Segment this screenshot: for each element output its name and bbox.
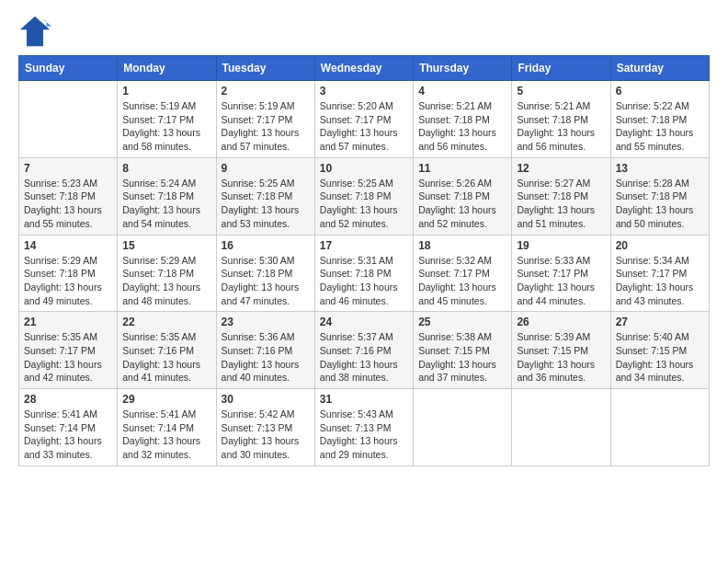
weekday-header-row: SundayMondayTuesdayWednesdayThursdayFrid… xyxy=(19,56,710,81)
week-row-2: 7Sunrise: 5:23 AM Sunset: 7:18 PM Daylig… xyxy=(19,157,710,235)
calendar-cell: 11Sunrise: 5:26 AM Sunset: 7:18 PM Dayli… xyxy=(414,157,512,235)
day-number: 31 xyxy=(320,393,408,406)
day-number: 24 xyxy=(320,316,408,328)
day-info: Sunrise: 5:36 AM Sunset: 7:16 PM Dayligh… xyxy=(222,330,310,385)
day-info: Sunrise: 5:26 AM Sunset: 7:18 PM Dayligh… xyxy=(418,177,506,231)
day-number: 28 xyxy=(24,393,112,406)
day-info: Sunrise: 5:35 AM Sunset: 7:17 PM Dayligh… xyxy=(24,330,112,385)
calendar-cell: 18Sunrise: 5:32 AM Sunset: 7:17 PM Dayli… xyxy=(414,235,512,312)
day-info: Sunrise: 5:19 AM Sunset: 7:17 PM Dayligh… xyxy=(122,99,210,154)
calendar-cell: 21Sunrise: 5:35 AM Sunset: 7:17 PM Dayli… xyxy=(19,312,118,389)
calendar-cell: 2Sunrise: 5:19 AM Sunset: 7:17 PM Daylig… xyxy=(216,81,314,158)
calendar-cell: 22Sunrise: 5:35 AM Sunset: 7:16 PM Dayli… xyxy=(118,312,216,389)
day-info: Sunrise: 5:37 AM Sunset: 7:16 PM Dayligh… xyxy=(320,330,408,385)
calendar-cell xyxy=(512,389,610,466)
weekday-header-friday: Friday xyxy=(512,56,610,81)
day-info: Sunrise: 5:39 AM Sunset: 7:15 PM Dayligh… xyxy=(517,330,605,385)
weekday-header-monday: Monday xyxy=(118,56,216,81)
day-number: 21 xyxy=(24,316,112,328)
calendar-cell: 19Sunrise: 5:33 AM Sunset: 7:17 PM Dayli… xyxy=(512,235,610,312)
day-info: Sunrise: 5:34 AM Sunset: 7:17 PM Dayligh… xyxy=(616,254,704,308)
calendar-cell: 14Sunrise: 5:29 AM Sunset: 7:18 PM Dayli… xyxy=(19,235,118,312)
day-number: 2 xyxy=(222,85,310,98)
day-number: 23 xyxy=(222,316,310,328)
calendar-cell: 5Sunrise: 5:21 AM Sunset: 7:18 PM Daylig… xyxy=(512,81,610,158)
day-number: 19 xyxy=(517,239,605,252)
day-number: 27 xyxy=(616,316,704,328)
logo-icon xyxy=(18,15,51,48)
day-info: Sunrise: 5:19 AM Sunset: 7:17 PM Dayligh… xyxy=(222,99,310,154)
weekday-header-saturday: Saturday xyxy=(610,56,709,81)
calendar-table: SundayMondayTuesdayWednesdayThursdayFrid… xyxy=(18,55,710,466)
day-info: Sunrise: 5:21 AM Sunset: 7:18 PM Dayligh… xyxy=(517,99,605,154)
calendar-cell: 26Sunrise: 5:39 AM Sunset: 7:15 PM Dayli… xyxy=(512,312,610,389)
day-number: 26 xyxy=(517,316,605,328)
week-row-3: 14Sunrise: 5:29 AM Sunset: 7:18 PM Dayli… xyxy=(19,235,710,312)
day-info: Sunrise: 5:20 AM Sunset: 7:17 PM Dayligh… xyxy=(320,99,408,154)
day-number: 18 xyxy=(418,239,506,252)
calendar-cell: 9Sunrise: 5:25 AM Sunset: 7:18 PM Daylig… xyxy=(216,157,314,235)
day-info: Sunrise: 5:38 AM Sunset: 7:15 PM Dayligh… xyxy=(418,330,506,385)
day-number: 7 xyxy=(24,162,112,175)
day-number: 10 xyxy=(320,162,408,175)
calendar-cell: 27Sunrise: 5:40 AM Sunset: 7:15 PM Dayli… xyxy=(610,312,709,389)
day-info: Sunrise: 5:25 AM Sunset: 7:18 PM Dayligh… xyxy=(222,177,310,231)
day-number: 6 xyxy=(616,85,704,98)
calendar-cell: 31Sunrise: 5:43 AM Sunset: 7:13 PM Dayli… xyxy=(314,389,413,466)
day-info: Sunrise: 5:35 AM Sunset: 7:16 PM Dayligh… xyxy=(122,330,210,385)
calendar-cell: 16Sunrise: 5:30 AM Sunset: 7:18 PM Dayli… xyxy=(216,235,314,312)
week-row-1: 1Sunrise: 5:19 AM Sunset: 7:17 PM Daylig… xyxy=(19,81,710,158)
day-info: Sunrise: 5:24 AM Sunset: 7:18 PM Dayligh… xyxy=(122,177,210,231)
day-number: 20 xyxy=(616,239,704,252)
day-number: 30 xyxy=(222,393,310,406)
day-info: Sunrise: 5:30 AM Sunset: 7:18 PM Dayligh… xyxy=(222,254,310,308)
weekday-header-sunday: Sunday xyxy=(19,56,118,81)
day-number: 4 xyxy=(418,85,506,98)
day-number: 16 xyxy=(222,239,310,252)
day-info: Sunrise: 5:25 AM Sunset: 7:18 PM Dayligh… xyxy=(320,177,408,231)
day-number: 25 xyxy=(418,316,506,328)
day-number: 12 xyxy=(517,162,605,175)
day-number: 1 xyxy=(122,85,210,98)
day-info: Sunrise: 5:23 AM Sunset: 7:18 PM Dayligh… xyxy=(24,177,112,231)
calendar-cell: 1Sunrise: 5:19 AM Sunset: 7:17 PM Daylig… xyxy=(118,81,216,158)
day-info: Sunrise: 5:29 AM Sunset: 7:18 PM Dayligh… xyxy=(24,254,112,308)
calendar-cell: 15Sunrise: 5:29 AM Sunset: 7:18 PM Dayli… xyxy=(118,235,216,312)
calendar-cell: 25Sunrise: 5:38 AM Sunset: 7:15 PM Dayli… xyxy=(414,312,512,389)
logo xyxy=(18,15,55,48)
calendar-cell: 10Sunrise: 5:25 AM Sunset: 7:18 PM Dayli… xyxy=(314,157,413,235)
day-number: 29 xyxy=(122,393,210,406)
day-number: 11 xyxy=(418,162,506,175)
day-info: Sunrise: 5:27 AM Sunset: 7:18 PM Dayligh… xyxy=(517,177,605,231)
calendar-cell: 12Sunrise: 5:27 AM Sunset: 7:18 PM Dayli… xyxy=(512,157,610,235)
day-info: Sunrise: 5:42 AM Sunset: 7:13 PM Dayligh… xyxy=(222,408,310,462)
day-number: 14 xyxy=(24,239,112,252)
calendar-cell xyxy=(19,81,118,158)
calendar-cell: 24Sunrise: 5:37 AM Sunset: 7:16 PM Dayli… xyxy=(314,312,413,389)
day-info: Sunrise: 5:22 AM Sunset: 7:18 PM Dayligh… xyxy=(616,99,704,154)
week-row-4: 21Sunrise: 5:35 AM Sunset: 7:17 PM Dayli… xyxy=(19,312,710,389)
day-info: Sunrise: 5:33 AM Sunset: 7:17 PM Dayligh… xyxy=(517,254,605,308)
calendar-cell: 17Sunrise: 5:31 AM Sunset: 7:18 PM Dayli… xyxy=(314,235,413,312)
day-info: Sunrise: 5:31 AM Sunset: 7:18 PM Dayligh… xyxy=(320,254,408,308)
calendar-cell: 3Sunrise: 5:20 AM Sunset: 7:17 PM Daylig… xyxy=(314,81,413,158)
header xyxy=(18,15,710,48)
calendar-cell: 4Sunrise: 5:21 AM Sunset: 7:18 PM Daylig… xyxy=(414,81,512,158)
day-number: 17 xyxy=(320,239,408,252)
weekday-header-tuesday: Tuesday xyxy=(216,56,314,81)
week-row-5: 28Sunrise: 5:41 AM Sunset: 7:14 PM Dayli… xyxy=(19,389,710,466)
day-number: 3 xyxy=(320,85,408,98)
day-number: 13 xyxy=(616,162,704,175)
calendar-cell: 8Sunrise: 5:24 AM Sunset: 7:18 PM Daylig… xyxy=(118,157,216,235)
weekday-header-wednesday: Wednesday xyxy=(314,56,413,81)
calendar-cell xyxy=(414,389,512,466)
day-info: Sunrise: 5:41 AM Sunset: 7:14 PM Dayligh… xyxy=(122,408,210,462)
day-number: 22 xyxy=(122,316,210,328)
calendar-cell: 13Sunrise: 5:28 AM Sunset: 7:18 PM Dayli… xyxy=(610,157,709,235)
day-info: Sunrise: 5:43 AM Sunset: 7:13 PM Dayligh… xyxy=(320,408,408,462)
day-info: Sunrise: 5:28 AM Sunset: 7:18 PM Dayligh… xyxy=(616,177,704,231)
calendar-cell: 6Sunrise: 5:22 AM Sunset: 7:18 PM Daylig… xyxy=(610,81,709,158)
calendar-cell: 23Sunrise: 5:36 AM Sunset: 7:16 PM Dayli… xyxy=(216,312,314,389)
calendar-cell: 20Sunrise: 5:34 AM Sunset: 7:17 PM Dayli… xyxy=(610,235,709,312)
calendar-cell: 7Sunrise: 5:23 AM Sunset: 7:18 PM Daylig… xyxy=(19,157,118,235)
